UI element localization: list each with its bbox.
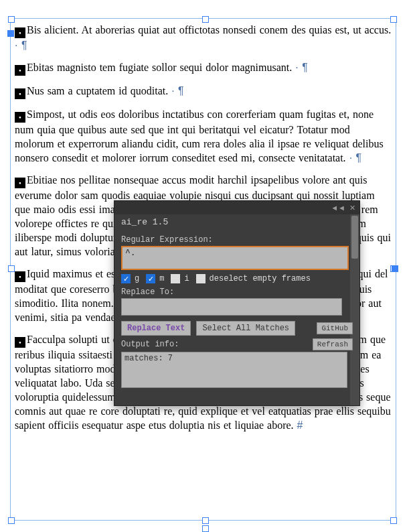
flag-m-checkbox[interactable]: ✓ — [146, 274, 155, 283]
paragraph-text: Bis alicient. At aborerias quiat aut off… — [27, 24, 391, 36]
resize-handle[interactable] — [8, 517, 15, 524]
replace-input[interactable] — [121, 298, 342, 316]
bullet-icon — [15, 271, 25, 282]
select-all-matches-button[interactable]: Select All Matches — [196, 321, 295, 336]
center-point[interactable] — [202, 525, 209, 532]
paragraph-text: Nus sam a cuptatem id quoditat. — [27, 85, 168, 96]
bullet-icon — [15, 27, 25, 38]
bullet-icon — [15, 337, 25, 348]
flag-i-label: i — [184, 274, 189, 283]
pilcrow-icon: · ¶ — [295, 62, 307, 73]
refresh-button[interactable]: Refrash — [313, 338, 353, 350]
bullet-icon — [15, 112, 25, 123]
deselect-checkbox[interactable]: ✓ — [196, 274, 206, 283]
flag-m-label: m — [159, 274, 164, 283]
regex-label: Regular Expression: — [121, 235, 353, 245]
github-button[interactable]: GitHub — [317, 322, 353, 334]
replace-text-button[interactable]: Replace Text — [121, 321, 191, 336]
regex-input[interactable]: ^. — [121, 246, 349, 270]
panel-titlebar[interactable]: ◄◄ ✕ — [114, 201, 359, 214]
paragraph-text: Ebitas magnisto tem fugiate sollor sequi… — [27, 62, 292, 73]
paragraph-text: Simpost, ut odis eos doloribus inctatibu… — [15, 109, 384, 163]
resize-handle[interactable] — [8, 16, 15, 23]
bullet-icon — [15, 88, 25, 99]
flag-i-checkbox[interactable]: ✓ — [171, 274, 180, 283]
output-label: Output info: — [121, 340, 179, 349]
replace-label: Replace To: — [121, 287, 353, 297]
output-info: matches: 7 — [121, 352, 347, 388]
resize-handle[interactable] — [202, 16, 209, 23]
close-icon[interactable]: ✕ — [349, 204, 355, 212]
pilcrow-icon: · ¶ — [15, 40, 27, 51]
collapse-icon[interactable]: ◄◄ — [331, 204, 345, 212]
resize-handle[interactable] — [202, 517, 209, 524]
bullet-icon — [15, 65, 25, 76]
pilcrow-icon: · ¶ — [349, 152, 361, 163]
panel-title: ai_re 1.5 — [114, 214, 359, 230]
pilcrow-icon: · ¶ — [171, 85, 183, 96]
resize-handle[interactable] — [390, 517, 397, 524]
resize-handle[interactable] — [390, 16, 397, 23]
bullet-icon — [15, 178, 25, 188]
flag-g-label: g — [135, 274, 139, 283]
end-of-story-icon: # — [297, 419, 303, 431]
flag-g-checkbox[interactable]: ✓ — [121, 274, 131, 283]
resize-handle[interactable] — [8, 265, 15, 272]
deselect-label: deselect empty frames — [210, 274, 311, 283]
out-port[interactable] — [392, 265, 398, 272]
ai-re-panel: ◄◄ ✕ ai_re 1.5 Regular Expression: ^. ✓g… — [114, 200, 360, 406]
in-port[interactable] — [7, 30, 14, 37]
